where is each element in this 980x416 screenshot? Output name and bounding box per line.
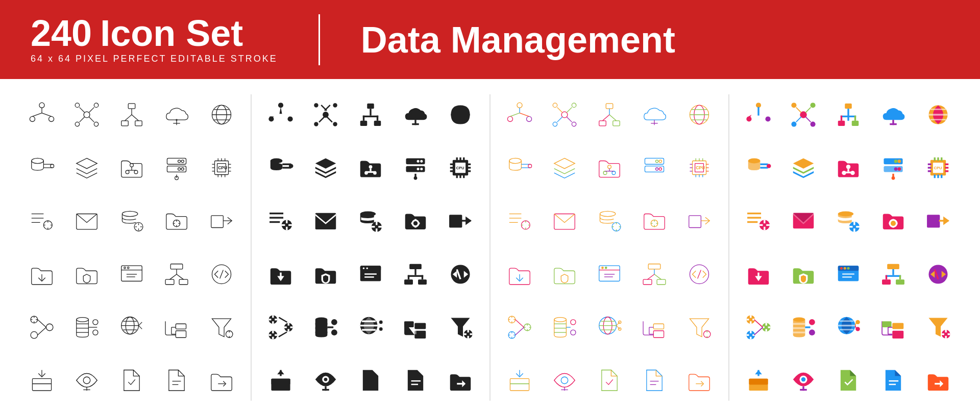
svg-rect-259: [362, 329, 376, 330]
icon-box-transfer-outline: [200, 195, 243, 246]
icon-cloud-color-solid: [872, 89, 915, 140]
icon-folder-hierarchy-solid: [394, 302, 437, 353]
svg-point-255: [331, 329, 337, 335]
svg-rect-179: [456, 175, 458, 178]
svg-line-14: [89, 117, 94, 122]
svg-rect-165: [365, 171, 376, 173]
svg-point-217: [363, 267, 364, 269]
svg-rect-417: [653, 330, 664, 337]
icon-list-settings-outline: [20, 195, 63, 246]
svg-point-316: [509, 159, 522, 164]
svg-rect-378: [657, 279, 666, 284]
svg-rect-240: [284, 326, 287, 328]
icon-filter-data-outline: [200, 302, 243, 353]
icon-filter-data-color-solid: [917, 302, 960, 353]
svg-rect-561: [793, 323, 805, 324]
icon-database-settings-solid: [349, 195, 392, 246]
svg-rect-203: [378, 226, 382, 228]
svg-point-1: [30, 116, 35, 121]
svg-point-42: [181, 168, 184, 170]
icon-document-settings-color-solid: [872, 355, 915, 406]
svg-point-477: [897, 160, 901, 163]
svg-rect-524: [757, 272, 759, 279]
svg-point-0: [39, 102, 44, 108]
svg-point-401: [554, 317, 567, 321]
svg-rect-82: [170, 264, 183, 269]
icon-data-nodes-solid: [304, 89, 347, 140]
svg-rect-597: [889, 380, 899, 382]
svg-rect-584: [945, 336, 947, 339]
svg-rect-502: [764, 220, 765, 224]
svg-point-289: [507, 116, 512, 121]
svg-rect-418: [653, 324, 664, 329]
svg-line-92: [38, 320, 46, 327]
svg-marker-467: [793, 159, 814, 169]
svg-rect-520: [927, 215, 940, 228]
icon-document-shield-color-solid: [827, 355, 870, 406]
icon-globe-network-solid: [349, 302, 392, 353]
svg-rect-183: [450, 167, 454, 169]
svg-rect-233: [272, 315, 274, 318]
svg-point-372: [602, 267, 603, 268]
outline-section: CPU: [15, 89, 248, 406]
svg-rect-277: [271, 379, 290, 385]
svg-point-32: [51, 164, 54, 168]
svg-rect-594: [800, 389, 807, 391]
outline-grid: CPU: [20, 89, 243, 406]
svg-line-86: [170, 274, 177, 279]
svg-rect-226: [408, 275, 409, 279]
svg-point-10: [94, 122, 98, 126]
svg-rect-222: [404, 279, 413, 284]
icon-email-color-outline: [543, 195, 586, 246]
color-solid-section: CPU: [732, 89, 965, 406]
icon-folder-network-solid: [349, 142, 392, 193]
svg-point-328: [659, 160, 662, 163]
svg-point-37: [130, 164, 134, 167]
icon-folder-network-color-outline: [588, 142, 631, 193]
svg-point-41: [181, 160, 184, 163]
svg-point-527: [840, 267, 843, 269]
svg-point-173: [414, 176, 418, 180]
svg-rect-225: [408, 275, 423, 276]
icon-settings-flow-solid: [259, 302, 302, 353]
icon-data-flow-solid: [259, 89, 302, 140]
svg-rect-181: [463, 175, 464, 178]
svg-rect-148: [377, 116, 378, 121]
divider-1: [251, 94, 252, 401]
svg-point-29: [32, 159, 44, 164]
icon-eye-data-outline: [65, 355, 108, 406]
svg-point-168: [420, 160, 423, 163]
svg-rect-275: [280, 370, 281, 376]
svg-rect-186: [468, 167, 471, 169]
svg-point-157: [289, 164, 293, 168]
svg-line-380: [648, 274, 655, 279]
svg-point-43: [178, 160, 181, 163]
icon-box-transfer-color-solid: [917, 195, 960, 246]
svg-rect-209: [418, 223, 420, 224]
icon-cpu-color-outline: CPU: [678, 142, 721, 193]
svg-line-13: [80, 117, 85, 122]
icon-database-settings-outline: [110, 195, 153, 246]
icon-browser-data-color-outline: [588, 248, 631, 299]
svg-rect-304: [599, 121, 606, 126]
svg-rect-586: [948, 333, 950, 335]
svg-rect-535: [892, 269, 894, 275]
svg-rect-76: [121, 266, 142, 281]
icon-box-download-color-outline: [498, 355, 541, 406]
icon-box-transfer-solid: [439, 195, 482, 246]
svg-rect-201: [376, 229, 377, 232]
svg-line-89: [220, 270, 224, 278]
svg-line-108: [139, 325, 142, 329]
header-divider: [318, 14, 320, 65]
svg-marker-33: [77, 159, 97, 169]
svg-line-446: [796, 108, 801, 113]
svg-rect-206: [414, 219, 416, 221]
icon-data-flow-color-solid: [737, 89, 780, 140]
svg-rect-251: [315, 327, 328, 329]
svg-rect-16: [121, 121, 129, 126]
svg-line-448: [796, 117, 801, 122]
svg-line-301: [557, 117, 562, 122]
icon-server-hierarchy-color-solid: [872, 248, 915, 299]
color-solid-grid: CPU: [737, 89, 960, 406]
header: 240 Icon Set 64 x 64 PIXEL PERFECT EDITA…: [0, 0, 980, 79]
